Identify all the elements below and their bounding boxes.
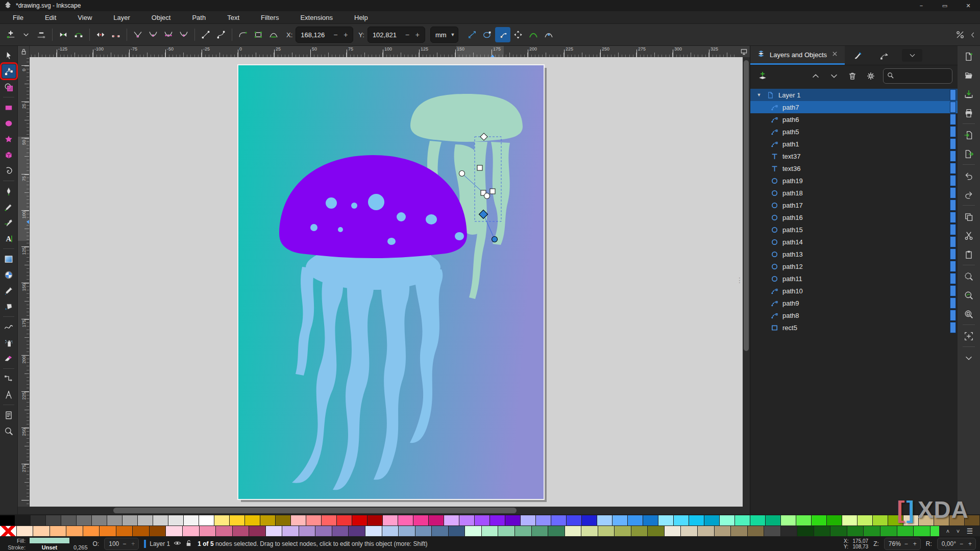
unit-dropdown[interactable]: mm ▼ bbox=[430, 27, 459, 43]
palette-swatch[interactable] bbox=[704, 515, 719, 525]
palette-swatch[interactable] bbox=[581, 526, 598, 536]
palette-swatch[interactable] bbox=[827, 515, 842, 525]
palette-swatch[interactable] bbox=[61, 515, 76, 525]
palette-swatch[interactable] bbox=[116, 526, 133, 536]
layer-row-path18[interactable]: path18 bbox=[750, 187, 958, 199]
menu-text[interactable]: Text bbox=[216, 14, 250, 21]
palette-swatch[interactable] bbox=[830, 526, 847, 536]
menu-layer[interactable]: Layer bbox=[103, 14, 141, 21]
fill-stroke-indicator[interactable]: Fill: Stroke: Unset 0,265 bbox=[4, 538, 88, 550]
palette-swatch[interactable] bbox=[214, 515, 229, 525]
palette-swatch[interactable] bbox=[515, 526, 531, 536]
y-decrement[interactable]: − bbox=[403, 31, 411, 39]
show-bezier-handles-toggle[interactable] bbox=[495, 27, 510, 42]
layer-row-path16[interactable]: path16 bbox=[750, 211, 958, 223]
collapse-toolbar-button[interactable] bbox=[968, 27, 977, 42]
layer-row-path1[interactable]: path1 bbox=[750, 138, 958, 150]
stroke-value[interactable]: Unset bbox=[30, 544, 69, 550]
palette-swatch[interactable] bbox=[914, 526, 930, 536]
palette-swatch[interactable] bbox=[643, 515, 658, 525]
y-increment[interactable]: + bbox=[413, 31, 422, 39]
menu-filters[interactable]: Filters bbox=[250, 14, 289, 21]
layer-highlight-strip[interactable] bbox=[950, 273, 956, 284]
layer-highlight-strip[interactable] bbox=[950, 212, 956, 223]
handle-circle-selected[interactable] bbox=[492, 237, 498, 242]
zoom-page-button[interactable] bbox=[961, 308, 976, 321]
paint-bucket-tool[interactable] bbox=[2, 299, 16, 313]
palette-swatch[interactable] bbox=[949, 515, 964, 525]
palette-swatch[interactable] bbox=[628, 515, 643, 525]
rotation-field[interactable]: 0,00° − + bbox=[937, 538, 976, 550]
add-layer-button[interactable] bbox=[755, 69, 770, 83]
menu-object[interactable]: Object bbox=[141, 14, 182, 21]
palette-swatch[interactable] bbox=[720, 515, 734, 525]
settings-gear-button[interactable] bbox=[864, 69, 878, 83]
move-up-button[interactable] bbox=[808, 69, 823, 83]
palette-swatch[interactable] bbox=[797, 526, 814, 536]
menu-extensions[interactable]: Extensions bbox=[289, 14, 344, 21]
layer-row-path13[interactable]: path13 bbox=[750, 248, 958, 260]
ruler-corner[interactable] bbox=[18, 46, 30, 57]
layer-highlight-strip[interactable] bbox=[950, 285, 956, 296]
x-decrement[interactable]: − bbox=[331, 31, 339, 39]
palette-swatch[interactable] bbox=[812, 515, 826, 525]
palette-swatch[interactable] bbox=[648, 526, 664, 536]
palette-swatch[interactable] bbox=[199, 515, 214, 525]
palette-swatch[interactable] bbox=[842, 515, 857, 525]
layer-highlight-strip[interactable] bbox=[950, 297, 956, 309]
palette-swatch[interactable] bbox=[658, 515, 673, 525]
layer-lock-icon[interactable] bbox=[185, 539, 192, 548]
tab-path-effects[interactable] bbox=[871, 46, 898, 65]
palette-swatch[interactable] bbox=[337, 515, 352, 525]
fill-color-swatch[interactable] bbox=[30, 538, 69, 543]
palette-swatch[interactable] bbox=[565, 526, 581, 536]
zoom-selection-button[interactable] bbox=[961, 270, 976, 283]
panel-resize-grip[interactable]: ⋮ bbox=[736, 279, 743, 282]
search-input[interactable] bbox=[896, 72, 942, 80]
x-coordinate-field[interactable]: 168,126 − + bbox=[296, 27, 353, 43]
layer-highlight-strip[interactable] bbox=[950, 163, 956, 174]
palette-swatch[interactable] bbox=[873, 515, 888, 525]
palette-scroll-down-button[interactable]: ˅ bbox=[957, 529, 960, 534]
palette-swatch[interactable] bbox=[847, 526, 864, 536]
star-tool[interactable] bbox=[2, 132, 16, 146]
pen-tool[interactable] bbox=[2, 184, 16, 198]
layer-highlight-strip[interactable] bbox=[950, 102, 956, 113]
palette-swatch[interactable] bbox=[903, 515, 918, 525]
palette-swatch[interactable] bbox=[965, 515, 979, 525]
layer-row-path8[interactable]: path8 bbox=[750, 309, 958, 321]
tweak-tool[interactable] bbox=[2, 320, 16, 334]
layer-highlight-strip[interactable] bbox=[950, 138, 956, 149]
palette-swatch[interactable] bbox=[299, 526, 315, 536]
layer-row-path17[interactable]: path17 bbox=[750, 199, 958, 211]
layer-row-path6[interactable]: path6 bbox=[750, 113, 958, 126]
palette-swatch[interactable] bbox=[77, 515, 91, 525]
layer-row-rect5[interactable]: rect5 bbox=[750, 321, 958, 334]
close-button[interactable]: ✕ bbox=[957, 0, 980, 11]
gradient-tool[interactable] bbox=[2, 252, 16, 266]
palette-swatch[interactable] bbox=[689, 515, 704, 525]
palette-swatch[interactable] bbox=[521, 515, 535, 525]
palette-swatch[interactable] bbox=[748, 526, 764, 536]
palette-swatch[interactable] bbox=[50, 526, 66, 536]
palette-swatch[interactable] bbox=[245, 515, 260, 525]
document-open-button[interactable] bbox=[961, 69, 976, 82]
zoom-value[interactable]: 76% bbox=[889, 540, 901, 547]
palette-swatch[interactable] bbox=[33, 526, 50, 536]
insert-node-menu-button[interactable] bbox=[18, 27, 34, 42]
palette-swatch[interactable] bbox=[383, 515, 398, 525]
palette-swatch[interactable] bbox=[459, 515, 474, 525]
palette-swatch[interactable] bbox=[0, 515, 15, 525]
x-coordinate-value[interactable]: 168,126 bbox=[301, 31, 329, 39]
node-smooth-button[interactable] bbox=[145, 27, 161, 42]
palette-swatch[interactable] bbox=[764, 526, 780, 536]
layer-row-text37[interactable]: text37 bbox=[750, 150, 958, 162]
palette-swatch[interactable] bbox=[715, 526, 731, 536]
layer-row-path7[interactable]: path7 bbox=[750, 101, 958, 113]
segment-curve-button[interactable] bbox=[213, 27, 229, 42]
menu-help[interactable]: Help bbox=[344, 14, 379, 21]
panel-tab-menu-button[interactable] bbox=[902, 49, 922, 62]
rotation-decrement[interactable]: − bbox=[958, 540, 965, 547]
stroke-width-value[interactable]: 0,265 bbox=[74, 544, 88, 550]
ellipse-tool[interactable] bbox=[2, 116, 16, 130]
